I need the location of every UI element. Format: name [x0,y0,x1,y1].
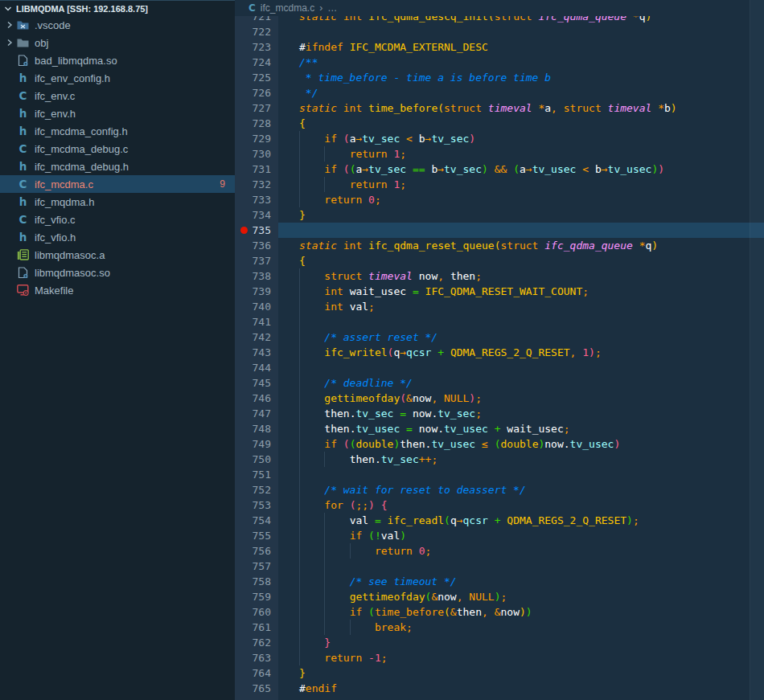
line-number[interactable]: 751 [235,467,278,482]
line-number[interactable]: 761 [235,620,278,635]
line-number[interactable]: 723 [235,39,278,55]
tree-item-libmqdmasoc.so[interactable]: libmqdmasoc.so [0,264,235,281]
code-text[interactable]: /* deadline */ [278,375,764,391]
code-text[interactable]: * time_before - time a is before time b [278,70,764,85]
code-text[interactable]: return 1; [278,146,764,162]
tree-item-ifc_env.c[interactable]: Cifc_env.c [0,87,235,104]
tree-item-ifc_mcdma_config.h[interactable]: hifc_mcdma_config.h [0,122,235,140]
code-text[interactable]: */ [278,85,764,100]
workspace-root-header[interactable]: LIBMQDMA [SSH: 192.168.8.75] [0,1,235,16]
breadcrumb-more[interactable]: … [327,2,337,14]
code-text[interactable]: /* wait for reset to deassert */ [278,482,764,497]
tree-item-Makefile[interactable]: Makefile [0,281,235,299]
line-number[interactable]: 749 [235,436,278,452]
scrollbar-track[interactable] [750,0,764,700]
code-text[interactable] [278,467,764,482]
code-text[interactable]: return 1; [278,177,764,192]
line-number[interactable]: 757 [235,559,278,574]
code-text[interactable]: { [278,253,764,268]
line-number[interactable]: 732 [235,177,278,192]
code-text[interactable]: #ifndef IFC_MCDMA_EXTERNL_DESC [278,39,764,55]
code-text[interactable]: /* see timeout */ [278,574,764,589]
tree-item-bad_libmqdma.so[interactable]: bad_libmqdma.so [0,51,235,69]
code-text[interactable]: ifc_writel(q→qcsr + QDMA_REGS_2_Q_RESET,… [278,345,764,360]
line-number[interactable]: 729 [235,131,278,146]
code-text[interactable]: break; [278,620,764,635]
tree-item-libmqdmasoc.a[interactable]: libmqdmasoc.a [0,246,235,264]
line-number[interactable]: 759 [235,589,278,604]
code-text[interactable]: return -1; [278,650,764,665]
line-number[interactable]: 745 [235,375,278,391]
line-number[interactable]: 722 [235,24,278,39]
line-number[interactable]: 756 [235,543,278,559]
line-number[interactable]: 741 [235,314,278,330]
code-text[interactable]: static int ifc_qdma_descq_init(struct if… [278,16,764,24]
line-number[interactable]: 740 [235,299,278,314]
code-text[interactable] [278,360,764,375]
code-text[interactable]: /* assert reset */ [278,330,764,345]
line-number[interactable]: 733 [235,192,278,207]
code-text[interactable]: gettimeofday(&now, NULL); [278,589,764,604]
line-number[interactable]: 743 [235,345,278,360]
line-number[interactable]: 762 [235,635,278,650]
code-text[interactable]: then.tv_sec++; [278,452,764,467]
line-number[interactable]: 724 [235,55,278,70]
tree-item-obj[interactable]: obj [0,34,235,51]
line-number[interactable]: 738 [235,268,278,284]
line-number[interactable]: 731 [235,162,278,177]
code-text[interactable]: if (!val) [278,528,764,543]
line-number[interactable]: 750 [235,452,278,467]
line-number[interactable]: 730 [235,146,278,162]
line-number[interactable]: 758 [235,574,278,589]
line-number[interactable]: 742 [235,330,278,345]
code-text[interactable] [278,314,764,330]
line-number[interactable]: 764 [235,665,278,681]
line-number[interactable]: 746 [235,391,278,406]
code-text[interactable]: } [278,665,764,681]
tree-item-ifc_vfio.c[interactable]: Cifc_vfio.c [0,211,235,228]
line-number[interactable]: 753 [235,497,278,513]
line-number[interactable]: 765 [235,681,278,696]
code-text[interactable]: return 0; [278,192,764,207]
tree-item-ifc_env_config.h[interactable]: hifc_env_config.h [0,69,235,87]
code-text[interactable]: return 0; [278,543,764,559]
code-text[interactable]: static int time_before(struct timeval *a… [278,100,764,116]
code-text[interactable]: static int ifc_qdma_reset_queue(struct i… [278,238,764,253]
code-text[interactable]: struct timeval now, then; [278,268,764,284]
tree-item-ifc_mcdma_debug.h[interactable]: hifc_mcdma_debug.h [0,158,235,175]
code-text[interactable]: for (;;) { [278,497,764,513]
tree-item-ifc_mcdma.c[interactable]: Cifc_mcdma.c9 [0,175,235,193]
breakpoint-icon[interactable] [240,227,248,234]
code-text[interactable]: } [278,635,764,650]
line-number[interactable]: 766 [235,696,278,700]
line-number[interactable]: 763 [235,650,278,665]
breadcrumb-file[interactable]: ifc_mcdma.c [261,2,314,14]
code-text[interactable]: /** [278,55,764,70]
code-text[interactable]: if (a→tv_sec < b→tv_sec) [278,131,764,146]
code-text[interactable]: int wait_usec = IFC_QDMA_RESET_WAIT_COUN… [278,284,764,299]
line-number[interactable]: 739 [235,284,278,299]
line-number[interactable]: 744 [235,360,278,375]
code-text[interactable]: if (time_before(&then, &now)) [278,604,764,620]
tree-item-ifc_mqdma.h[interactable]: hifc_mqdma.h [0,193,235,211]
line-number[interactable]: 754 [235,513,278,528]
line-number[interactable]: 747 [235,406,278,421]
line-number[interactable]: 736 [235,238,278,253]
line-number[interactable]: 752 [235,482,278,497]
code-text[interactable]: #endif [278,681,764,696]
code-text[interactable] [278,24,764,39]
code-text[interactable]: gettimeofday(&now, NULL); [278,391,764,406]
tree-item-ifc_vfio.h[interactable]: hifc_vfio.h [0,228,235,246]
code-text[interactable]: then.tv_usec = now.tv_usec + wait_usec; [278,421,764,436]
line-number[interactable]: 728 [235,116,278,131]
code-text[interactable]: if ((double)then.tv_usec ≤ (double)now.t… [278,436,764,452]
code-text[interactable]: val = ifc_readl(q→qcsr + QDMA_REGS_2_Q_R… [278,513,764,528]
tree-item-ifc_mcdma_debug.c[interactable]: Cifc_mcdma_debug.c [0,140,235,158]
line-number[interactable]: 734 [235,207,278,223]
code-text[interactable] [278,696,764,700]
line-number[interactable]: 735 [235,223,278,238]
code-text[interactable]: int val; [278,299,764,314]
line-number[interactable]: 737 [235,253,278,268]
code-text[interactable]: } [278,207,764,223]
line-number[interactable]: 760 [235,604,278,620]
